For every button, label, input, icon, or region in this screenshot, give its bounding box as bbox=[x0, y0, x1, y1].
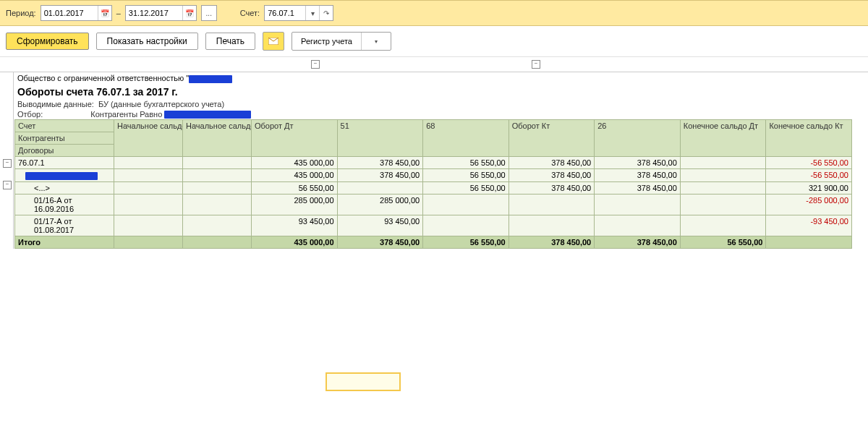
table-row: 76.07.1 435 000,00 378 450,00 56 550,00 … bbox=[15, 157, 852, 169]
calendar-icon[interactable]: 📅 bbox=[182, 6, 196, 20]
column-ruler: − − bbox=[0, 57, 868, 72]
account-wrap: ▾ ↷ bbox=[264, 5, 333, 21]
cell-contract: 01/17-А от 01.08.2017 bbox=[15, 215, 114, 236]
table-row: 01/17-А от 01.08.2017 93 450,00 93 450,0… bbox=[15, 215, 852, 236]
output-value: БУ (данные бухгалтерского учета) bbox=[98, 100, 224, 108]
col-contracts: Договоры bbox=[15, 145, 114, 157]
email-button[interactable] bbox=[263, 32, 284, 51]
report-table: Счет Начальное сальдо Дт Начальное сальд… bbox=[14, 119, 852, 249]
register-label: Регистр учета bbox=[292, 37, 361, 46]
collapse-toggle[interactable]: − bbox=[311, 60, 320, 69]
collapse-toggle[interactable]: − bbox=[3, 159, 12, 168]
cell-contract: 01/16-А от 16.09.2016 bbox=[15, 194, 114, 215]
output-label: Выводимые данные: bbox=[17, 100, 94, 108]
account-label: Счет: bbox=[240, 9, 260, 17]
report-area: − − Общество с ограниченной ответственно… bbox=[0, 72, 868, 249]
action-toolbar: Сформировать Показать настройки Печать Р… bbox=[0, 26, 868, 57]
redacted bbox=[189, 75, 232, 83]
collapse-toggle[interactable]: − bbox=[3, 181, 12, 189]
cell-account: 76.07.1 bbox=[15, 157, 114, 169]
collapse-toggle[interactable]: − bbox=[532, 60, 540, 69]
col-68: 68 bbox=[423, 120, 509, 157]
dash: – bbox=[116, 9, 121, 17]
filter-label: Отбор: bbox=[17, 110, 43, 119]
col-debit: Оборот Дт bbox=[252, 120, 338, 157]
col-51: 51 bbox=[337, 120, 423, 157]
print-button[interactable]: Печать bbox=[205, 33, 255, 50]
filter-row: Отбор: Контрагенты Равно bbox=[14, 109, 868, 120]
envelope-icon bbox=[268, 38, 278, 45]
chevron-down-icon[interactable]: ▾ bbox=[305, 6, 319, 20]
date-from-input[interactable] bbox=[41, 7, 98, 19]
company-name: Общество с ограниченной ответственностью… bbox=[14, 72, 868, 85]
date-from-wrap: 📅 bbox=[41, 5, 112, 21]
show-settings-button[interactable]: Показать настройки bbox=[96, 33, 198, 50]
col-26: 26 bbox=[595, 120, 681, 157]
period-label: Период: bbox=[6, 9, 36, 17]
report-title: Обороты счета 76.07.1 за 2017 г. bbox=[14, 85, 868, 99]
chevron-down-icon: ▾ bbox=[361, 33, 391, 50]
col-end-dt: Конечное сальдо Дт bbox=[680, 120, 766, 157]
company-prefix: Общество с ограниченной ответственностью… bbox=[17, 74, 189, 82]
col-contragents: Контрагенты bbox=[15, 132, 114, 145]
redacted bbox=[164, 111, 251, 119]
cell-contragent bbox=[15, 169, 114, 182]
total-label: Итого bbox=[15, 236, 114, 248]
date-to-input[interactable] bbox=[126, 7, 182, 19]
table-row: 435 000,00 378 450,00 56 550,00 378 450,… bbox=[15, 169, 852, 182]
output-data-row: Выводимые данные: БУ (данные бухгалтерск… bbox=[14, 99, 868, 109]
col-begin-dt: Начальное сальдо Дт bbox=[114, 120, 183, 157]
account-input[interactable] bbox=[265, 7, 305, 19]
cell-placeholder: <...> bbox=[15, 181, 114, 194]
table-row: <...> 56 550,00 56 550,00 378 450,00 378… bbox=[15, 181, 852, 194]
period-selector-button[interactable]: ... bbox=[201, 5, 217, 21]
date-to-wrap: 📅 bbox=[125, 5, 197, 21]
header-row: Счет Начальное сальдо Дт Начальное сальд… bbox=[15, 120, 852, 132]
col-account: Счет bbox=[15, 120, 114, 132]
col-credit: Оборот Кт bbox=[509, 120, 595, 157]
register-dropdown[interactable]: Регистр учета ▾ bbox=[292, 32, 391, 51]
period-toolbar: Период: 📅 – 📅 ... Счет: ▾ ↷ bbox=[0, 0, 868, 26]
col-begin-kt: Начальное сальдо Кт bbox=[183, 120, 252, 157]
highlight-box bbox=[326, 372, 401, 391]
generate-button[interactable]: Сформировать bbox=[6, 33, 89, 50]
filter-value: Контрагенты Равно bbox=[90, 110, 162, 119]
open-account-icon[interactable]: ↷ bbox=[319, 6, 333, 20]
table-row: 01/16-А от 16.09.2016 285 000,00 285 000… bbox=[15, 194, 852, 215]
calendar-icon[interactable]: 📅 bbox=[98, 6, 111, 20]
total-row: Итого 435 000,00 378 450,00 56 550,00 37… bbox=[15, 236, 852, 248]
redacted bbox=[25, 172, 98, 180]
row-gutter: − − bbox=[0, 72, 14, 249]
col-end-kt: Конечное сальдо Кт bbox=[766, 120, 852, 157]
